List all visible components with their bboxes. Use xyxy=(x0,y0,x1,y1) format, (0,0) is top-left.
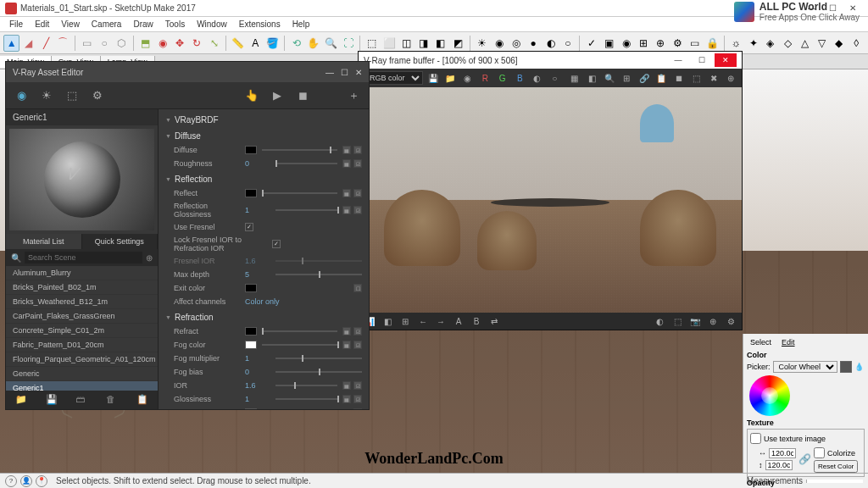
menu-tools[interactable]: Tools xyxy=(159,18,191,30)
section-reflection[interactable]: ▼Reflection xyxy=(165,172,362,186)
b-channel[interactable]: B xyxy=(513,70,528,86)
color-wheel[interactable] xyxy=(749,375,790,416)
fb-b11[interactable]: ⊕ xyxy=(705,313,721,329)
eyedropper-icon[interactable]: 💧 xyxy=(854,363,864,371)
vray-frame-buffer[interactable]: V-Ray frame buffer - [100% of 900 x 506]… xyxy=(358,51,743,330)
fb-btn-g[interactable]: ⏹ xyxy=(671,70,687,86)
diffuse-slider[interactable] xyxy=(262,149,337,151)
right-view[interactable]: ◨ xyxy=(415,35,431,52)
pan-tool[interactable]: ✋ xyxy=(305,35,321,52)
picker-select[interactable]: Color Wheel xyxy=(773,361,837,373)
texture-width[interactable] xyxy=(769,448,796,458)
add-layer-icon[interactable]: ＋ xyxy=(345,87,362,104)
vray-lock[interactable]: 🔒 xyxy=(704,35,720,52)
vray-batch[interactable]: ⊞ xyxy=(635,35,651,52)
fb-btn-j[interactable]: ⊕ xyxy=(724,70,739,86)
settings-icon[interactable]: ⚙ xyxy=(89,87,106,104)
rgb-icon[interactable]: ◉ xyxy=(460,70,476,86)
menu-help[interactable]: Help xyxy=(287,18,316,30)
menu-window[interactable]: Window xyxy=(191,18,233,30)
tab-edit[interactable]: Edit xyxy=(778,337,798,347)
fb-btn-e[interactable]: 🔗 xyxy=(637,70,652,86)
left-view[interactable]: ◩ xyxy=(450,35,466,52)
style-hidden[interactable]: ◎ xyxy=(508,35,524,52)
copy-icon[interactable]: 📋 xyxy=(136,394,148,406)
menu-edit[interactable]: Edit xyxy=(29,18,55,30)
style-mono[interactable]: ○ xyxy=(559,35,576,52)
list-item[interactable]: Fabric_Pattern_D01_20cm xyxy=(6,338,158,352)
menu-view[interactable]: View xyxy=(55,18,86,30)
user-icon[interactable]: 👤 xyxy=(20,475,32,487)
geometry-icon[interactable]: ⬚ xyxy=(64,87,81,104)
fb-b4[interactable]: → xyxy=(433,313,448,329)
reflect-swatch[interactable] xyxy=(245,189,257,197)
menu-extensions[interactable]: Extensions xyxy=(233,18,287,30)
rect-tool[interactable]: ▭ xyxy=(79,35,95,52)
list-item[interactable]: CarPaint_Flakes_GrassGreen xyxy=(6,309,158,324)
list-item[interactable]: Concrete_Simple_C01_2m xyxy=(6,324,158,338)
top-view[interactable]: ⬜ xyxy=(381,35,397,52)
scale-tool[interactable]: ⤡ xyxy=(206,35,222,52)
vray-render[interactable]: ✓ xyxy=(583,35,599,52)
fb-min-icon[interactable]: — xyxy=(667,53,689,67)
vray-fb-btn[interactable]: ▭ xyxy=(687,35,703,52)
fb-btn-b[interactable]: ◧ xyxy=(585,70,600,86)
fb-b8[interactable]: ◐ xyxy=(652,313,667,329)
color-swatch[interactable] xyxy=(840,361,852,373)
vray-light4[interactable]: ◇ xyxy=(779,35,795,52)
vray-editor-titlebar[interactable]: V-Ray Asset Editor — ☐ ✕ xyxy=(6,62,369,82)
vray-light1[interactable]: ☼ xyxy=(728,35,744,52)
map-icon[interactable]: ▦ xyxy=(342,146,351,154)
menu-camera[interactable]: Camera xyxy=(86,18,128,30)
vray-min-icon[interactable]: — xyxy=(326,68,334,77)
line-tool[interactable]: ╱ xyxy=(38,35,54,52)
zoom-extents-tool[interactable]: ⛶ xyxy=(340,35,356,52)
fb-b9[interactable]: ⬚ xyxy=(670,313,685,329)
vray-options[interactable]: ⚙ xyxy=(670,35,686,52)
vray-properties-panel[interactable]: ▼VRayBRDF ▼Diffuse Diffuse▦☑ Roughness0▦… xyxy=(159,109,369,409)
delete-icon[interactable]: 🗑 xyxy=(106,394,118,406)
vray-obj2[interactable]: ◆ xyxy=(831,35,847,52)
fb-titlebar[interactable]: V-Ray frame buffer - [100% of 900 x 506]… xyxy=(359,52,742,69)
section-vraybrdf[interactable]: ▼VRayBRDF xyxy=(165,113,362,127)
material-preview[interactable] xyxy=(9,129,154,230)
vray-max-icon[interactable]: ☐ xyxy=(341,68,348,77)
fb-b5[interactable]: A xyxy=(451,313,466,329)
back-view[interactable]: ◧ xyxy=(432,35,448,52)
vray-rt[interactable]: ▣ xyxy=(601,35,617,52)
paint-tool[interactable]: 🪣 xyxy=(264,35,281,52)
reflect-slider[interactable] xyxy=(262,192,337,194)
vray-viewport[interactable]: ◉ xyxy=(618,35,634,52)
search-input[interactable] xyxy=(25,252,142,263)
section-refraction[interactable]: ▼Refraction xyxy=(165,310,362,324)
fb-b6[interactable]: B xyxy=(469,313,484,329)
link-icon[interactable]: 🔗 xyxy=(798,453,811,465)
geo-icon[interactable]: 📍 xyxy=(36,475,47,487)
fb-btn-f[interactable]: 📋 xyxy=(654,70,670,86)
style-shaded[interactable]: ● xyxy=(526,35,542,52)
render-icon[interactable]: 👆 xyxy=(243,87,260,104)
select-tool[interactable]: ▲ xyxy=(3,35,19,52)
lock-ior-check[interactable] xyxy=(272,240,281,248)
fb-b12[interactable]: ⚙ xyxy=(723,313,738,329)
fb-b7[interactable]: ⇄ xyxy=(487,313,502,329)
list-item[interactable]: Flooring_Parquet_Geometric_A01_120cm xyxy=(6,352,158,367)
fb-b3[interactable]: ← xyxy=(415,313,431,329)
render2-icon[interactable]: ▶ xyxy=(269,87,286,104)
vray-light5[interactable]: △ xyxy=(797,35,813,52)
eraser-tool[interactable]: ◢ xyxy=(20,35,36,52)
materials-icon[interactable]: ◉ xyxy=(13,87,30,104)
material-list[interactable]: Aluminum_Blurry Bricks_Painted_B02_1m Br… xyxy=(6,266,158,391)
roughness-slider[interactable] xyxy=(275,163,337,164)
list-item[interactable]: Bricks_Painted_B02_1m xyxy=(6,280,158,295)
list-item[interactable]: Generic xyxy=(6,367,158,381)
orbit-tool[interactable]: ⟲ xyxy=(288,35,304,52)
texture-height[interactable] xyxy=(765,460,793,470)
section-diffuse[interactable]: ▼Diffuse xyxy=(165,129,362,143)
vray-close-icon[interactable]: ✕ xyxy=(355,68,362,77)
vray-irr[interactable]: ⊕ xyxy=(653,35,669,52)
tab-material-list[interactable]: Material List xyxy=(6,234,82,249)
style-xray[interactable]: ☀ xyxy=(474,35,490,52)
iso-view[interactable]: ⬚ xyxy=(364,35,380,52)
list-item[interactable]: Aluminum_Blurry xyxy=(6,266,158,280)
